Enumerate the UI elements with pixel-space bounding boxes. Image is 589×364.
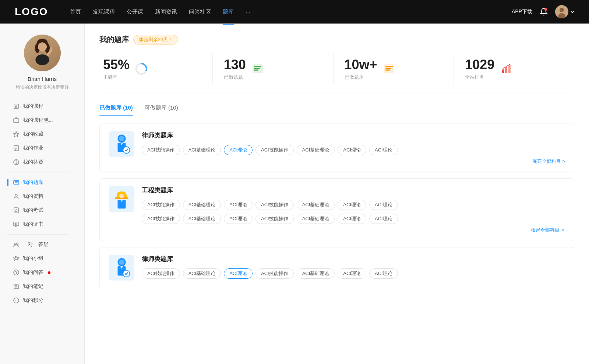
nav-discover[interactable]: 发现课程: [93, 7, 115, 17]
svg-point-21: [16, 163, 16, 164]
bank-info-2: 工程类题库 ACI技能操作 ACI基础理论 ACI理论 ACI技能操作 ACI基…: [142, 186, 565, 233]
stat-accuracy: 55% 正确率: [99, 53, 213, 84]
logo[interactable]: LOGO: [15, 6, 48, 18]
sidebar-item-exam[interactable]: 我的考试: [7, 203, 84, 217]
bank-icon-engineer: [109, 186, 134, 212]
bank-tag-3-6[interactable]: ACI理论: [369, 268, 398, 279]
sidebar-item-one-on-one[interactable]: 一对一答疑: [7, 238, 84, 251]
sidebar-label-homework: 我的作业: [23, 145, 43, 151]
svg-point-61: [119, 136, 124, 141]
bank-tag-1-6[interactable]: ACI理论: [369, 145, 398, 155]
tabs-row: 已做题库 (10) 可做题库 (10): [99, 104, 574, 116]
svg-point-34: [17, 243, 18, 245]
bank-tag-1-0[interactable]: ACI技能操作: [142, 145, 180, 155]
app-download-button[interactable]: APP下载: [512, 8, 532, 15]
bank-tags-1: ACI技能操作 ACI基础理论 ACI理论 ACI技能操作 ACI基础理论 AC…: [142, 145, 565, 155]
nav-open-course[interactable]: 公开课: [127, 7, 143, 17]
sidebar-item-course-package[interactable]: 我的课程包...: [7, 113, 84, 127]
bank-tag-3-5[interactable]: ACI理论: [338, 268, 366, 279]
svg-rect-52: [385, 66, 393, 67]
points-icon: 分: [13, 297, 19, 303]
bank-tag-3-1[interactable]: ACI基础理论: [183, 268, 221, 279]
stat-questions-done-number: 130: [224, 57, 246, 72]
bank-tag-1-1[interactable]: ACI基础理论: [183, 145, 221, 155]
nav-qa[interactable]: 问答社区: [189, 7, 211, 17]
banks-done-icon: [382, 62, 396, 75]
page-title: 我的题库: [99, 35, 129, 44]
bank-icon-lawyer-3: [109, 255, 134, 281]
svg-point-36: [14, 257, 15, 258]
nav-question-bank[interactable]: 题库: [223, 7, 234, 17]
bank-tag-2-0[interactable]: ACI技能操作: [142, 200, 180, 210]
sidebar: Brian Harris 错误的决定比没有决定要好 我的课程: [0, 24, 85, 364]
bank-tag-3-3[interactable]: ACI技能操作: [255, 268, 294, 279]
question-circle-icon: [13, 159, 19, 165]
svg-rect-57: [508, 65, 511, 73]
bank-tag-3-4[interactable]: ACI基础理论: [297, 268, 335, 279]
stat-banks-done: 10w+ 已做题库: [334, 53, 454, 84]
svg-point-68: [119, 259, 124, 265]
notification-bell-icon[interactable]: [540, 8, 548, 16]
bank-tag-2-5[interactable]: ACI理论: [338, 200, 366, 210]
notes-icon: [13, 283, 19, 289]
sidebar-item-homework[interactable]: 我的作业: [7, 141, 84, 155]
bank-tags-2-row1: ACI技能操作 ACI基础理论 ACI理论 ACI技能操作 ACI基础理论 AC…: [142, 200, 565, 210]
nav-news[interactable]: 新闻资讯: [155, 7, 177, 17]
svg-point-39: [16, 274, 16, 274]
bank-tag-2r2-1[interactable]: ACI基础理论: [183, 214, 221, 224]
bank-tag-2-1[interactable]: ACI基础理论: [183, 200, 221, 210]
svg-marker-15: [14, 132, 19, 137]
sidebar-label-points: 我的积分: [23, 297, 43, 304]
bank-collapse-2[interactable]: 收起全部科目 ∧: [142, 227, 565, 233]
bank-tag-2-3[interactable]: ACI技能操作: [255, 200, 294, 210]
sidebar-item-group[interactable]: 我的小组: [7, 251, 84, 265]
sidebar-item-favorites[interactable]: 我的收藏: [7, 127, 84, 141]
main-content: 我的题库 体验剩余23天！ 55% 正确率: [85, 24, 589, 364]
bank-tag-2r2-2[interactable]: ACI理论: [224, 214, 253, 224]
bank-expand-1[interactable]: 展开全部科目 >: [142, 158, 565, 165]
exam-icon: [13, 207, 19, 213]
bank-tag-1-4[interactable]: ACI基础理论: [297, 145, 335, 155]
stat-site-rank: 1029 全站排名: [454, 53, 574, 84]
bank-tag-3-2[interactable]: ACI理论: [224, 268, 253, 279]
svg-point-29: [15, 223, 17, 225]
qa-icon: [13, 270, 19, 275]
sidebar-item-my-qa[interactable]: 我的问答: [7, 265, 84, 279]
sidebar-item-question-bank[interactable]: 我的题库: [7, 175, 84, 189]
sidebar-item-my-course[interactable]: 我的课程: [7, 99, 84, 113]
user-avatar-button[interactable]: [555, 5, 574, 18]
sidebar-item-certificate[interactable]: 我的证书: [7, 217, 84, 231]
stat-questions-done-label: 已做试题: [224, 74, 246, 81]
svg-point-25: [15, 194, 17, 196]
nav-more[interactable]: ···: [246, 7, 250, 17]
bank-tag-1-5[interactable]: ACI理论: [338, 145, 366, 155]
sidebar-item-notes[interactable]: 我的笔记: [7, 279, 84, 293]
header-right: APP下载: [512, 5, 574, 18]
profile-icon: [13, 193, 19, 199]
bank-tag-2r2-0[interactable]: ACI技能操作: [142, 214, 180, 224]
bank-card-1: 律师类题库 ACI技能操作 ACI基础理论 ACI理论 ACI技能操作 ACI基…: [99, 124, 574, 172]
tab-available-banks[interactable]: 可做题库 (10): [145, 104, 178, 116]
bank-tag-1-2[interactable]: ACI理论: [224, 145, 253, 155]
nav-home[interactable]: 首页: [70, 7, 81, 17]
sidebar-item-profile-data[interactable]: 我的资料: [7, 189, 84, 203]
tab-done-banks[interactable]: 已做题库 (10): [99, 104, 133, 116]
bank-tag-2-2[interactable]: ACI理论: [224, 200, 253, 210]
bank-tag-1-3[interactable]: ACI技能操作: [255, 145, 294, 155]
bank-tag-2r2-4[interactable]: ACI基础理论: [297, 214, 335, 224]
bank-tag-2-4[interactable]: ACI基础理论: [297, 200, 335, 210]
header: LOGO 首页 发现课程 公开课 新闻资讯 问答社区 题库 ··· APP下载: [0, 0, 589, 24]
bank-tag-3-0[interactable]: ACI技能操作: [142, 268, 180, 279]
svg-point-2: [560, 8, 564, 12]
stats-row: 55% 正确率 130 已做试题: [99, 53, 574, 93]
svg-rect-22: [14, 181, 19, 184]
bank-tag-2r2-6[interactable]: ACI理论: [369, 214, 398, 224]
svg-point-8: [38, 42, 47, 51]
sidebar-item-qa[interactable]: 我的答疑: [7, 155, 84, 169]
sidebar-label-question-bank: 我的题库: [23, 179, 43, 186]
sidebar-item-points[interactable]: 分 我的积分: [7, 293, 84, 307]
questions-done-icon: [251, 62, 264, 75]
bank-tag-2r2-3[interactable]: ACI技能操作: [255, 214, 294, 224]
bank-tag-2r2-5[interactable]: ACI理论: [338, 214, 366, 224]
bank-tag-2-6[interactable]: ACI理论: [369, 200, 398, 210]
